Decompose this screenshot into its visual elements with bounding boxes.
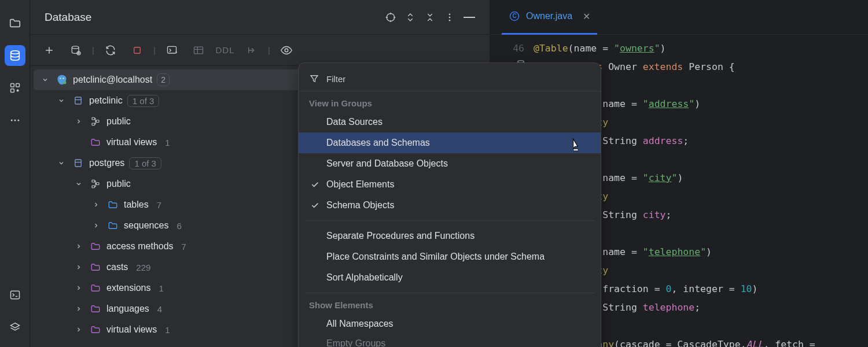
options-icon[interactable]: [440, 8, 459, 27]
popup-item-label: Data Sources: [326, 117, 382, 127]
svg-rect-15: [134, 47, 141, 53]
terminal-rail-button[interactable]: [5, 285, 25, 305]
new-icon[interactable]: [36, 39, 62, 62]
project-rail-button[interactable]: [5, 13, 25, 34]
popup-item-sep-proc[interactable]: Separate Procedures and Functions: [299, 226, 601, 246]
chevron-down-icon: [56, 97, 67, 104]
svg-rect-22: [75, 97, 82, 104]
svg-point-21: [64, 82, 67, 84]
svg-rect-23: [92, 117, 95, 120]
svg-rect-3: [10, 89, 14, 93]
popup-item-all-ns[interactable]: All Namespaces: [299, 313, 601, 334]
tree-count: 7: [182, 242, 186, 251]
class-icon: C: [509, 10, 520, 22]
svg-point-13: [72, 46, 79, 48]
cursor-icon: [568, 137, 583, 152]
folder-icon: [89, 262, 102, 272]
database-icon: [72, 95, 84, 106]
toolbar-separator: |: [150, 39, 159, 62]
tree-label: access methods: [106, 242, 174, 251]
svg-point-7: [17, 120, 19, 121]
tree-label: postgres: [89, 158, 124, 168]
popup-filter-label: Filter: [326, 74, 345, 84]
tree-count: 6: [176, 222, 181, 230]
datasource-properties-icon[interactable]: [62, 39, 89, 62]
folder-icon: [89, 137, 102, 147]
svg-rect-17: [194, 47, 203, 54]
filter-icon: [309, 73, 319, 84]
refresh-icon[interactable]: [97, 39, 124, 62]
chevron-right-icon: [73, 326, 84, 333]
popup-item-label: Separate Procedures and Functions: [326, 231, 475, 241]
editor-tab[interactable]: C Owner.java ✕: [502, 0, 597, 35]
tree-label: extensions: [106, 283, 151, 293]
expand-collapse-icon[interactable]: [400, 8, 420, 27]
table-icon[interactable]: [185, 39, 212, 62]
popup-item-object-elements[interactable]: Object Elements: [299, 174, 601, 195]
tree-count: 4: [157, 305, 162, 313]
svg-rect-26: [75, 160, 82, 167]
database-toolbar: | | DDL |: [30, 35, 490, 66]
close-icon[interactable]: ✕: [583, 11, 590, 22]
tree-label: casts: [106, 263, 128, 272]
tree-label: sequences: [124, 221, 168, 230]
ddl-button[interactable]: DDL: [212, 39, 238, 62]
svg-rect-24: [92, 123, 95, 125]
svg-point-12: [449, 19, 451, 21]
folder-icon: [89, 324, 102, 335]
more-rail-button[interactable]: [5, 110, 25, 131]
svg-rect-28: [92, 186, 95, 188]
popup-item-db-schemas[interactable]: Databases and Schemas: [299, 132, 601, 153]
svg-rect-30: [573, 149, 579, 151]
svg-point-4: [17, 90, 19, 91]
target-icon[interactable]: [381, 8, 400, 27]
popup-item-label: Object Elements: [326, 179, 394, 190]
collapse-icon[interactable]: [420, 8, 440, 27]
popup-item-label: All Namespaces: [326, 319, 393, 329]
popup-item-label: Place Constraints and Similar Objects un…: [326, 252, 545, 262]
chevron-right-icon: [90, 222, 102, 229]
line-number: 46: [490, 39, 524, 58]
database-icon: [72, 158, 84, 168]
tab-filename: Owner.java: [526, 11, 572, 21]
chevron-right-icon: [73, 305, 84, 312]
svg-rect-25: [97, 120, 100, 123]
popup-filter[interactable]: Filter: [299, 68, 601, 91]
tree-count: 1: [165, 326, 170, 334]
panel-header: Database: [30, 0, 490, 35]
svg-point-10: [449, 13, 451, 15]
left-icon-rail: [0, 0, 30, 347]
toolbar-separator: |: [265, 39, 273, 62]
popup-item-empty-groups[interactable]: Empty Groups: [299, 334, 601, 347]
popup-item-server-db[interactable]: Server and Database Objects: [299, 153, 601, 174]
svg-rect-2: [16, 84, 19, 87]
chevron-right-icon: [90, 201, 102, 208]
popup-item-label: Sort Alphabetically: [326, 272, 403, 283]
folder-icon: [89, 241, 102, 252]
popup-item-place-constraints[interactable]: Place Constraints and Similar Objects un…: [299, 246, 601, 267]
chevron-right-icon: [73, 264, 84, 271]
navigate-icon[interactable]: [238, 39, 265, 62]
popup-item-schema-objects[interactable]: Schema Objects: [299, 195, 601, 216]
popup-item-sort-alpha[interactable]: Sort Alphabetically: [299, 267, 601, 288]
services-rail-button[interactable]: [5, 317, 25, 338]
jump-to-console-icon[interactable]: [159, 39, 185, 62]
database-tool-window: Database | | DDL | petclinic@localhost 2: [30, 0, 490, 347]
chevron-right-icon: [73, 243, 84, 250]
popup-divider: [304, 220, 595, 221]
svg-rect-29: [97, 183, 100, 185]
structure-rail-button[interactable]: [5, 77, 25, 98]
tree-count: 7: [157, 201, 161, 209]
database-rail-button[interactable]: [5, 45, 25, 66]
schema-icon: [89, 179, 102, 189]
tree-count: 1: [165, 138, 170, 147]
postgres-icon: [56, 74, 68, 86]
stop-icon[interactable]: [124, 39, 150, 62]
svg-point-19: [60, 77, 61, 79]
popup-item-label: Server and Database Objects: [326, 158, 448, 169]
check-icon: [309, 201, 321, 210]
view-options-icon[interactable]: [273, 39, 300, 62]
popup-item-data-sources[interactable]: Data Sources: [299, 112, 601, 132]
svg-rect-16: [168, 46, 176, 53]
minimize-icon[interactable]: [459, 8, 479, 27]
